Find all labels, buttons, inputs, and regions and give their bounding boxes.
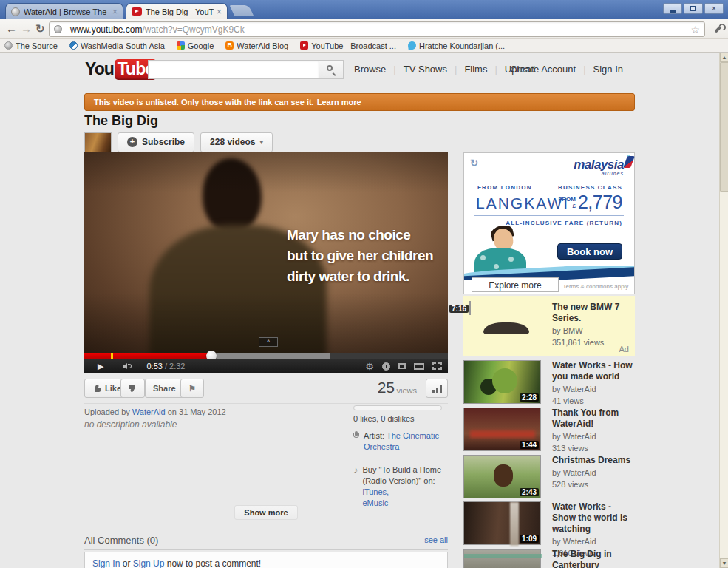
show-more-button[interactable]: Show more — [234, 505, 297, 520]
bookmark-twitter[interactable]: Hratche Koundarjian (... — [408, 41, 505, 50]
explore-more-button[interactable]: Explore more — [472, 277, 559, 292]
reload-button[interactable]: ↻ — [35, 22, 45, 36]
back-button[interactable]: ← — [6, 22, 17, 35]
related-video-1[interactable]: 2:28 Water Works - How you made world by… — [463, 360, 635, 407]
tab-close-icon[interactable]: × — [112, 8, 118, 16]
blogger-icon: B — [225, 41, 234, 50]
display-ad-malaysia[interactable]: ▷ ↻ malaysia airlines FROM LONDON BUSINE… — [463, 152, 635, 294]
stats-button[interactable] — [426, 379, 448, 398]
watch-later-icon[interactable] — [382, 362, 390, 371]
uploader-link[interactable]: WaterAid — [132, 408, 166, 416]
scrollbar-thumb[interactable] — [720, 62, 728, 192]
unlisted-banner: This video is unlisted. Only those with … — [84, 93, 635, 111]
tab-close-icon[interactable]: × — [217, 8, 222, 16]
related-video-2[interactable]: 1:44 Thank You from WaterAid! by WaterAi… — [463, 408, 635, 454]
flag-button[interactable]: ⚑ — [180, 379, 204, 398]
video-screen[interactable]: Mary has no choice but to give her child… — [84, 152, 448, 353]
video-thumbnail[interactable]: 2:43 — [463, 455, 541, 498]
thumbs-up-icon — [92, 385, 101, 392]
restore-icon — [690, 6, 696, 11]
new-tab-button[interactable] — [230, 5, 254, 16]
related-video-4[interactable]: 1:09 Water Works - Show the world is wat… — [463, 501, 635, 548]
globe-favicon — [11, 7, 20, 16]
bookmark-youtube[interactable]: YouTube - Broadcast ... — [300, 41, 396, 50]
related-video-3[interactable]: 2:43 Christmas Dreams by WaterAid 528 vi… — [463, 455, 635, 501]
create-account-link[interactable]: Create Account — [510, 64, 576, 75]
titlebar: WaterAid | Browse The Big Dig × The Big … — [0, 0, 728, 19]
search-input[interactable] — [148, 60, 319, 79]
ad-from-city: FROM LONDON — [477, 184, 532, 191]
sign-up-link[interactable]: Sign Up — [133, 558, 165, 568]
page-scrollbar[interactable]: ▲ ▼ — [719, 53, 728, 568]
youtube-logo[interactable]: YouTube — [85, 59, 157, 79]
video-thumbnail[interactable]: 1:09 — [463, 501, 541, 545]
expand-chevron-icon[interactable]: ^ — [259, 337, 278, 347]
progress-bar[interactable] — [84, 353, 448, 359]
video-stats-column: 0 likes, 0 dislikes Artist: The Cinemati… — [353, 405, 448, 509]
promoted-video[interactable]: 7:16 The new BMW 7 Series. by BMW 351,86… — [463, 296, 635, 356]
minimize-button[interactable] — [663, 3, 682, 14]
volume-icon[interactable] — [123, 362, 130, 370]
sign-in-link[interactable]: Sign In — [593, 64, 623, 75]
ad-price: FROM£ 2,779 — [558, 192, 622, 213]
video-thumbnail[interactable] — [463, 549, 541, 568]
browser-toolbar: ← → ↻ www.youtube.com /watch?v=QwcymVgK9… — [0, 19, 728, 39]
kite-logo-icon — [623, 156, 635, 168]
washmedia-icon — [69, 41, 78, 50]
settings-gear-icon[interactable]: ⚙ — [365, 362, 374, 371]
forward-button[interactable]: → — [21, 22, 32, 35]
google-icon — [177, 41, 185, 50]
music-note-icon: ♪ — [353, 464, 358, 509]
likes-dislikes: 0 likes, 0 dislikes — [353, 414, 448, 423]
scroll-up-button[interactable]: ▲ — [720, 53, 728, 62]
window-controls: × — [663, 3, 724, 14]
nav-tv-shows[interactable]: TV Shows — [404, 64, 447, 75]
dislike-button[interactable] — [120, 379, 145, 398]
itunes-link[interactable]: iTunes, — [363, 487, 389, 496]
nav-browse[interactable]: Browse — [354, 64, 386, 75]
bookmark-washmedia[interactable]: WashMedia-South Asia — [69, 41, 165, 50]
ad-refresh-icon[interactable]: ↻ — [470, 158, 478, 169]
site-nav: Browse| TV Shows| Films| Upload — [354, 64, 535, 75]
comments-header: All Comments (0) see all — [84, 535, 448, 546]
upload-info: Uploaded by WaterAid on 31 May 2012 — [84, 408, 226, 416]
video-player: Mary has no choice but to give her child… — [84, 152, 448, 373]
close-button[interactable]: × — [704, 3, 724, 14]
related-video-5[interactable]: The Big Dig in Canterbury by 4sDDocument… — [463, 549, 635, 568]
bookmarks-bar: The Source WashMedia-South Asia Google B… — [0, 39, 728, 53]
share-button[interactable]: Share — [145, 379, 184, 398]
bookmark-google[interactable]: Google — [177, 41, 214, 50]
fullscreen-icon[interactable] — [432, 362, 442, 370]
bookmark-wateraid-blog[interactable]: BWaterAid Blog — [225, 41, 288, 50]
channel-videos-dropdown[interactable]: 228 videos ▾ — [200, 132, 273, 152]
book-now-button[interactable]: Book now — [557, 243, 622, 260]
learn-more-link[interactable]: Learn more — [317, 98, 361, 106]
channel-row: + Subscribe 228 videos ▾ — [84, 132, 273, 152]
search-button[interactable] — [319, 60, 344, 79]
ad-class: BUSINESS CLASS — [558, 184, 622, 191]
tab-wateraid[interactable]: WaterAid | Browse The Big Dig × — [5, 3, 123, 19]
small-player-icon[interactable] — [398, 363, 406, 369]
bookmark-star-icon[interactable]: ☆ — [690, 24, 700, 36]
tab-title: WaterAid | Browse The Big Dig — [24, 7, 109, 16]
flag-icon: ⚑ — [188, 384, 196, 393]
restore-button[interactable] — [684, 3, 703, 14]
see-all-link[interactable]: see all — [424, 535, 448, 544]
buffered-bar — [212, 353, 330, 359]
play-button[interactable]: ▶ — [98, 362, 103, 371]
video-thumbnail[interactable]: 1:44 — [463, 408, 541, 451]
subscribe-button[interactable]: + Subscribe — [118, 132, 194, 152]
nav-films[interactable]: Films — [464, 64, 487, 75]
sign-in-link[interactable]: Sign In — [92, 558, 120, 568]
tab-youtube-active[interactable]: The Big Dig - YouTube × — [126, 3, 228, 19]
wrench-menu-icon[interactable] — [712, 24, 723, 34]
promoted-title[interactable]: The new BMW 7 Series. — [552, 302, 633, 324]
bookmark-the-source[interactable]: The Source — [4, 41, 58, 50]
video-thumbnail[interactable]: 2:28 — [463, 360, 541, 404]
address-bar[interactable]: www.youtube.com /watch?v=QwcymVgK9Ck ☆ — [49, 21, 705, 37]
video-thumbnail[interactable]: 7:16 — [469, 301, 471, 315]
channel-avatar[interactable] — [84, 132, 112, 152]
wide-player-icon[interactable] — [414, 363, 424, 370]
video-caption: Mary has no choice but to give her child… — [287, 225, 433, 287]
scroll-down-button[interactable]: ▼ — [720, 558, 728, 568]
